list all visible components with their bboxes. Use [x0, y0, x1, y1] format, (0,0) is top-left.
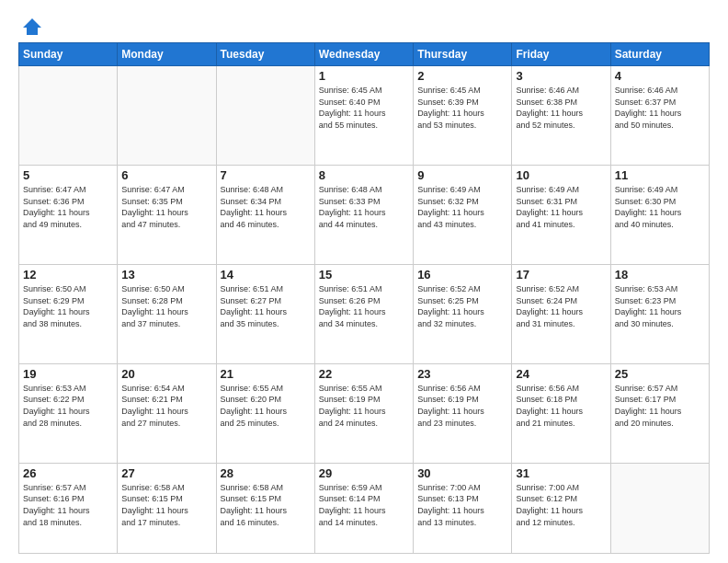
- day-info: Sunrise: 6:48 AM Sunset: 6:34 PM Dayligh…: [221, 184, 311, 230]
- weekday-header-thursday: Thursday: [414, 43, 512, 66]
- calendar-cell: [19, 66, 118, 166]
- day-info: Sunrise: 6:56 AM Sunset: 6:18 PM Dayligh…: [516, 383, 606, 429]
- logo-icon: [21, 15, 43, 37]
- day-number: 25: [615, 367, 705, 381]
- calendar-cell: 25Sunrise: 6:57 AM Sunset: 6:17 PM Dayli…: [610, 363, 709, 463]
- calendar-cell: 12Sunrise: 6:50 AM Sunset: 6:29 PM Dayli…: [19, 264, 118, 363]
- day-info: Sunrise: 6:47 AM Sunset: 6:36 PM Dayligh…: [23, 184, 113, 230]
- day-number: 6: [121, 168, 211, 182]
- header: [18, 15, 710, 33]
- calendar-cell: 2Sunrise: 6:45 AM Sunset: 6:39 PM Daylig…: [414, 66, 512, 166]
- day-info: Sunrise: 6:45 AM Sunset: 6:39 PM Dayligh…: [417, 85, 507, 131]
- weekday-header-row: SundayMondayTuesdayWednesdayThursdayFrid…: [19, 43, 710, 66]
- weekday-header-sunday: Sunday: [19, 43, 118, 66]
- day-info: Sunrise: 6:53 AM Sunset: 6:22 PM Dayligh…: [23, 383, 113, 429]
- calendar-cell: 4Sunrise: 6:46 AM Sunset: 6:37 PM Daylig…: [610, 66, 709, 166]
- day-info: Sunrise: 6:50 AM Sunset: 6:28 PM Dayligh…: [121, 283, 211, 329]
- day-number: 3: [516, 69, 606, 83]
- day-number: 11: [615, 168, 705, 182]
- calendar-week-0: 1Sunrise: 6:45 AM Sunset: 6:40 PM Daylig…: [19, 66, 710, 166]
- day-number: 1: [319, 69, 409, 83]
- calendar-cell: [216, 66, 314, 166]
- day-info: Sunrise: 6:48 AM Sunset: 6:33 PM Dayligh…: [319, 184, 409, 230]
- day-number: 26: [23, 466, 113, 480]
- page: SundayMondayTuesdayWednesdayThursdayFrid…: [0, 0, 728, 563]
- day-number: 2: [417, 69, 507, 83]
- weekday-header-friday: Friday: [512, 43, 610, 66]
- day-number: 23: [417, 367, 507, 381]
- day-info: Sunrise: 6:49 AM Sunset: 6:30 PM Dayligh…: [615, 184, 705, 230]
- day-info: Sunrise: 6:53 AM Sunset: 6:23 PM Dayligh…: [615, 283, 705, 329]
- day-info: Sunrise: 6:47 AM Sunset: 6:35 PM Dayligh…: [121, 184, 211, 230]
- calendar-cell: 29Sunrise: 6:59 AM Sunset: 6:14 PM Dayli…: [314, 463, 413, 553]
- day-number: 27: [121, 466, 211, 480]
- day-info: Sunrise: 6:55 AM Sunset: 6:20 PM Dayligh…: [221, 383, 311, 429]
- day-info: Sunrise: 6:50 AM Sunset: 6:29 PM Dayligh…: [23, 283, 113, 329]
- logo: [18, 15, 43, 33]
- day-number: 12: [23, 268, 113, 282]
- calendar-cell: 19Sunrise: 6:53 AM Sunset: 6:22 PM Dayli…: [19, 363, 118, 463]
- calendar-cell: 18Sunrise: 6:53 AM Sunset: 6:23 PM Dayli…: [610, 264, 709, 363]
- calendar-cell: 8Sunrise: 6:48 AM Sunset: 6:33 PM Daylig…: [314, 165, 413, 264]
- calendar-cell: [610, 463, 709, 553]
- day-number: 30: [417, 466, 507, 480]
- day-number: 13: [121, 268, 211, 282]
- day-info: Sunrise: 6:57 AM Sunset: 6:17 PM Dayligh…: [615, 383, 705, 429]
- day-info: Sunrise: 7:00 AM Sunset: 6:13 PM Dayligh…: [417, 482, 507, 528]
- calendar-cell: 22Sunrise: 6:55 AM Sunset: 6:19 PM Dayli…: [314, 363, 413, 463]
- day-number: 22: [319, 367, 409, 381]
- calendar-cell: 1Sunrise: 6:45 AM Sunset: 6:40 PM Daylig…: [314, 66, 413, 166]
- day-number: 29: [319, 466, 409, 480]
- calendar-cell: 6Sunrise: 6:47 AM Sunset: 6:35 PM Daylig…: [118, 165, 216, 264]
- calendar-cell: 15Sunrise: 6:51 AM Sunset: 6:26 PM Dayli…: [314, 264, 413, 363]
- day-info: Sunrise: 6:51 AM Sunset: 6:26 PM Dayligh…: [319, 283, 409, 329]
- calendar-table: SundayMondayTuesdayWednesdayThursdayFrid…: [18, 42, 710, 554]
- calendar-cell: 31Sunrise: 7:00 AM Sunset: 6:12 PM Dayli…: [512, 463, 610, 553]
- day-number: 31: [516, 466, 606, 480]
- calendar-cell: 17Sunrise: 6:52 AM Sunset: 6:24 PM Dayli…: [512, 264, 610, 363]
- calendar-cell: 27Sunrise: 6:58 AM Sunset: 6:15 PM Dayli…: [118, 463, 216, 553]
- calendar-cell: 11Sunrise: 6:49 AM Sunset: 6:30 PM Dayli…: [610, 165, 709, 264]
- day-info: Sunrise: 6:45 AM Sunset: 6:40 PM Dayligh…: [319, 85, 409, 131]
- calendar-cell: 20Sunrise: 6:54 AM Sunset: 6:21 PM Dayli…: [118, 363, 216, 463]
- day-number: 21: [221, 367, 311, 381]
- calendar-cell: 14Sunrise: 6:51 AM Sunset: 6:27 PM Dayli…: [216, 264, 314, 363]
- calendar-week-4: 26Sunrise: 6:57 AM Sunset: 6:16 PM Dayli…: [19, 463, 710, 553]
- day-info: Sunrise: 6:58 AM Sunset: 6:15 PM Dayligh…: [221, 482, 311, 528]
- calendar-cell: 5Sunrise: 6:47 AM Sunset: 6:36 PM Daylig…: [19, 165, 118, 264]
- day-number: 15: [319, 268, 409, 282]
- calendar-cell: 28Sunrise: 6:58 AM Sunset: 6:15 PM Dayli…: [216, 463, 314, 553]
- svg-marker-0: [23, 18, 41, 35]
- day-number: 19: [23, 367, 113, 381]
- calendar-cell: 26Sunrise: 6:57 AM Sunset: 6:16 PM Dayli…: [19, 463, 118, 553]
- day-info: Sunrise: 6:46 AM Sunset: 6:37 PM Dayligh…: [615, 85, 705, 131]
- day-info: Sunrise: 6:52 AM Sunset: 6:25 PM Dayligh…: [417, 283, 507, 329]
- day-number: 9: [417, 168, 507, 182]
- calendar-week-3: 19Sunrise: 6:53 AM Sunset: 6:22 PM Dayli…: [19, 363, 710, 463]
- calendar-cell: [118, 66, 216, 166]
- day-info: Sunrise: 6:51 AM Sunset: 6:27 PM Dayligh…: [221, 283, 311, 329]
- day-number: 5: [23, 168, 113, 182]
- day-info: Sunrise: 6:58 AM Sunset: 6:15 PM Dayligh…: [121, 482, 211, 528]
- calendar-cell: 30Sunrise: 7:00 AM Sunset: 6:13 PM Dayli…: [414, 463, 512, 553]
- calendar-cell: 23Sunrise: 6:56 AM Sunset: 6:19 PM Dayli…: [414, 363, 512, 463]
- day-info: Sunrise: 6:49 AM Sunset: 6:32 PM Dayligh…: [417, 184, 507, 230]
- weekday-header-monday: Monday: [118, 43, 216, 66]
- day-info: Sunrise: 6:46 AM Sunset: 6:38 PM Dayligh…: [516, 85, 606, 131]
- day-info: Sunrise: 7:00 AM Sunset: 6:12 PM Dayligh…: [516, 482, 606, 528]
- day-number: 18: [615, 268, 705, 282]
- calendar-cell: 10Sunrise: 6:49 AM Sunset: 6:31 PM Dayli…: [512, 165, 610, 264]
- day-number: 7: [221, 168, 311, 182]
- day-info: Sunrise: 6:52 AM Sunset: 6:24 PM Dayligh…: [516, 283, 606, 329]
- calendar-cell: 7Sunrise: 6:48 AM Sunset: 6:34 PM Daylig…: [216, 165, 314, 264]
- weekday-header-tuesday: Tuesday: [216, 43, 314, 66]
- calendar-cell: 21Sunrise: 6:55 AM Sunset: 6:20 PM Dayli…: [216, 363, 314, 463]
- calendar-cell: 3Sunrise: 6:46 AM Sunset: 6:38 PM Daylig…: [512, 66, 610, 166]
- calendar-week-1: 5Sunrise: 6:47 AM Sunset: 6:36 PM Daylig…: [19, 165, 710, 264]
- weekday-header-wednesday: Wednesday: [314, 43, 413, 66]
- calendar-week-2: 12Sunrise: 6:50 AM Sunset: 6:29 PM Dayli…: [19, 264, 710, 363]
- weekday-header-saturday: Saturday: [610, 43, 709, 66]
- day-number: 8: [319, 168, 409, 182]
- day-info: Sunrise: 6:49 AM Sunset: 6:31 PM Dayligh…: [516, 184, 606, 230]
- day-number: 4: [615, 69, 705, 83]
